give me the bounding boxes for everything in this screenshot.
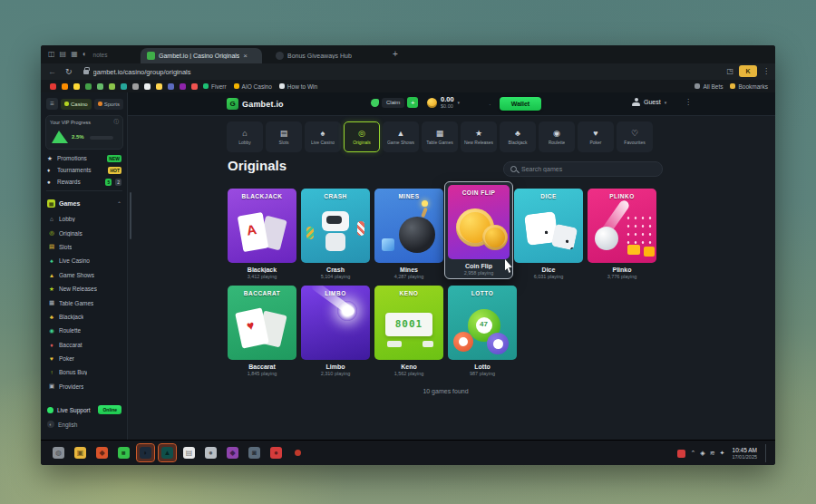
taskbar-app-icon[interactable]: ▤ (180, 444, 198, 461)
info-icon[interactable]: ⓘ (114, 119, 120, 125)
show-desktop-button[interactable] (765, 444, 770, 462)
bookmark[interactable]: Fiverr (203, 83, 227, 90)
bookmark-icon[interactable] (156, 83, 162, 90)
category-tab[interactable]: ★ New Releases (461, 121, 497, 152)
taskbar-app-icon[interactable]: ◆ (93, 444, 111, 461)
bookmark-icon[interactable] (109, 83, 115, 90)
vip-progress-widget[interactable]: Your VIP Progress ⓘ 2.5% (45, 115, 123, 150)
taskbar-app-icon[interactable]: ■ (115, 444, 132, 461)
bookmark[interactable]: AIO Casino (234, 83, 272, 90)
sidebar-quick-item[interactable]: ★ Promotions NEW (41, 152, 128, 164)
game-card[interactable]: Coin Flip Coin Flip 2,958 playing (444, 181, 513, 279)
game-card[interactable]: Mines Mines 4,287 playing (374, 189, 443, 279)
taskbar-app-icon[interactable]: ◆ (224, 444, 241, 461)
bookmark-icon[interactable] (73, 83, 80, 90)
sidebar-item[interactable]: ♣ Blackjack (41, 310, 128, 324)
browser-menu-icon[interactable]: ⋮ (763, 67, 770, 75)
taskbar-app-icon[interactable]: ● (202, 444, 219, 461)
bookmark-icon[interactable] (191, 83, 198, 90)
pinned-tab-icon[interactable]: ◐ (83, 51, 87, 58)
back-icon[interactable]: ← (48, 67, 56, 76)
sidebar-item[interactable]: ◎ Originals (41, 226, 128, 239)
sidebar-item[interactable]: ↑ Bonus Buy (41, 365, 128, 379)
game-card[interactable]: Limbo Limbo 2,310 playing (301, 286, 370, 376)
casino-sports-toggle[interactable]: Sports (94, 99, 123, 110)
bookmark-folder[interactable]: All Bets (695, 83, 723, 90)
game-card[interactable]: Lotto 47 Lotto 987 playing (448, 286, 517, 376)
game-card[interactable]: Crash Crash 5,104 playing (301, 189, 370, 279)
wallet-button[interactable]: Wallet (500, 97, 541, 111)
claim-button[interactable]: + (407, 97, 418, 108)
category-tab[interactable]: ♠ Live Casino (305, 121, 341, 152)
tray-icon[interactable]: ⌃ (690, 450, 695, 457)
balance-selector[interactable]: 0.00 $0.00 ▾ (427, 96, 460, 109)
sidebar-menu-button[interactable]: ≡ (46, 98, 58, 110)
reload-icon[interactable]: ↻ (65, 67, 73, 76)
extensions-icon[interactable]: ◳ (726, 67, 733, 75)
tray-icon[interactable]: ◈ (700, 450, 704, 457)
site-logo[interactable]: G Gambet.io (227, 98, 284, 110)
bookmark-icon[interactable] (168, 83, 174, 90)
sidebar-item[interactable]: ◉ Roulette (41, 324, 128, 337)
category-tab[interactable]: ▲ Game Shows (383, 121, 419, 152)
game-card[interactable]: Blackjack A Blackjack 3,412 playing (228, 189, 296, 279)
profile-menu[interactable]: Guest ▾ (632, 98, 666, 106)
pinned-tab-icon[interactable]: ▤ (60, 51, 67, 58)
new-tab-button[interactable]: + (393, 49, 398, 59)
taskbar-app-icon[interactable]: ▣ (72, 444, 89, 461)
sidebar-quick-item[interactable]: ● Rewards 5 2 (41, 176, 128, 188)
sidebar-quick-item[interactable]: ♦ Tournaments HOT (41, 164, 128, 176)
taskbar-app-icon[interactable]: ◙ (246, 444, 263, 461)
profile-chip[interactable]: K (739, 65, 757, 77)
notification-icon[interactable] (677, 450, 685, 458)
sidebar-games-header[interactable]: ▦ Games ⌃ (41, 199, 128, 208)
search-input[interactable] (521, 166, 639, 172)
sidebar-item[interactable]: ♠ Live Casino (41, 254, 128, 267)
tab-close-icon[interactable]: × (243, 52, 248, 60)
bookmark-icon[interactable] (50, 83, 56, 90)
taskbar-app-icon[interactable]: ◍ (50, 444, 67, 461)
bookmark-icon[interactable] (85, 83, 92, 90)
category-tab[interactable]: ♣ Blackjack (500, 121, 536, 152)
bookmark-icon[interactable] (121, 83, 127, 90)
game-card[interactable]: Dice Dice 6,031 playing (514, 189, 583, 279)
category-tab[interactable]: ◉ Roulette (539, 121, 575, 152)
bookmark[interactable]: How to Win (279, 83, 317, 90)
bookmark-icon[interactable] (144, 83, 151, 90)
taskbar-app-icon[interactable]: ▲ (159, 444, 176, 461)
bookmark-icon[interactable] (62, 83, 68, 90)
sidebar-item[interactable]: ▦ Table Games (41, 296, 128, 309)
tray-icon[interactable]: ✦ (720, 450, 725, 457)
taskbar-app-icon[interactable] (289, 444, 306, 461)
game-card[interactable]: Baccarat ♥ Baccarat 1,845 playing (228, 286, 296, 376)
bookmark-icon[interactable] (97, 83, 103, 90)
sidebar-item[interactable]: ▣ Providers (41, 380, 128, 393)
bookmark-folder[interactable]: Bookmarks (730, 83, 768, 90)
category-tab[interactable]: ◎ Originals (344, 121, 380, 152)
casino-sports-toggle[interactable]: Casino (61, 99, 92, 110)
category-tab[interactable]: ♥ Poker (578, 121, 614, 152)
pinned-tab-icon[interactable]: ▦ (71, 51, 78, 58)
bonus-claim-widget[interactable]: Claim + (371, 97, 418, 108)
sidebar-item[interactable]: ★ New Releases (41, 282, 128, 296)
tray-icon[interactable]: ≋ (710, 450, 715, 457)
live-support-item[interactable]: Live Support Online (41, 402, 128, 417)
taskbar-clock[interactable]: 10:45 AM 17/01/2025 (732, 447, 757, 460)
category-tab[interactable]: ⌂ Lobby (227, 121, 263, 152)
game-card[interactable]: Keno 8001 Keno 1,562 playing (374, 286, 443, 376)
sidebar-item[interactable]: ♦ Baccarat (41, 338, 128, 352)
taskbar-app-icon[interactable]: ◗ (137, 444, 154, 461)
language-selector[interactable]: ◐ English (41, 421, 128, 428)
taskbar-app-icon[interactable]: ● (267, 444, 285, 461)
browser-tab[interactable]: Bonus Giveaways Hub (269, 48, 384, 63)
sidebar-item[interactable]: ▤ Slots (41, 240, 128, 254)
address-bar[interactable]: gambet.io/casino/group/originals (93, 68, 191, 76)
game-search[interactable] (503, 161, 663, 177)
category-tab[interactable]: ▦ Table Games (422, 121, 458, 152)
sidebar-item[interactable]: ▲ Game Shows (41, 268, 128, 282)
sidebar-item[interactable]: ⌂ Lobby (41, 212, 128, 226)
category-tab[interactable]: ▤ Slots (266, 121, 302, 152)
bookmark-icon[interactable] (132, 83, 139, 90)
browser-tab-active[interactable]: Gambet.io | Casino Originals × (141, 48, 262, 63)
header-menu-icon[interactable]: ⋮ (685, 98, 692, 106)
